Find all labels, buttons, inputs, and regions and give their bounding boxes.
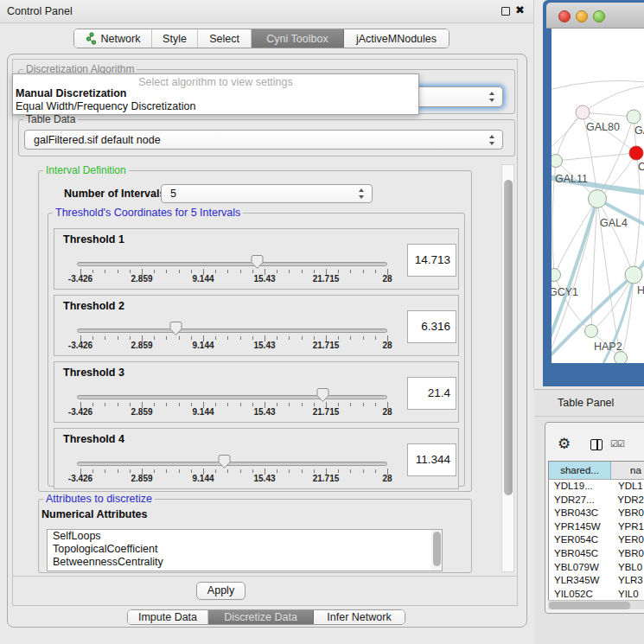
tick-mark	[227, 469, 228, 473]
cell-shared-name: YBR043C	[549, 507, 611, 520]
attribute-item-selfloops[interactable]: SelfLoops	[48, 530, 442, 543]
table-panel-titlebar: Table Panel	[534, 389, 644, 417]
network-node[interactable]	[589, 190, 607, 208]
tab-infer-network[interactable]: Infer Network	[314, 610, 405, 624]
tab-network[interactable]: Network	[74, 29, 152, 48]
tick-mark	[277, 469, 277, 473]
tab-impute-data[interactable]: Impute Data	[128, 610, 208, 624]
network-window-titlebar[interactable]	[546, 3, 644, 29]
tick-mark	[92, 403, 93, 406]
table-header-name[interactable]: na	[611, 462, 644, 479]
network-edge[interactable]	[583, 86, 644, 112]
table-row[interactable]: YDR27...YDR2	[549, 494, 644, 507]
attributes-list[interactable]: SelfLoopsTopologicalCoefficientBetweenne…	[47, 529, 443, 571]
tick-mark	[92, 270, 93, 273]
network-node[interactable]	[576, 105, 590, 119]
tick-mark	[130, 403, 131, 406]
algorithm-popup: Select algorithm to view settings Manual…	[12, 73, 419, 115]
table-header-shared-name[interactable]: shared...	[549, 462, 611, 479]
tick-mark	[375, 469, 376, 473]
network-node[interactable]	[552, 269, 561, 282]
network-node[interactable]	[629, 146, 643, 160]
tab-select[interactable]: Select	[198, 29, 252, 48]
float-window-icon[interactable]	[501, 7, 510, 16]
table-data-value: galFiltered.sif default node	[34, 134, 161, 146]
tab-style-label: Style	[163, 33, 187, 45]
table-hscrollbar-track[interactable]	[548, 600, 644, 609]
table-row[interactable]: YDL19...YDL1	[549, 480, 644, 494]
threshold-3-slider-track[interactable]	[77, 395, 387, 399]
threshold-1-slider-thumb[interactable]	[250, 254, 265, 270]
threshold-2-value-field[interactable]: 6.316	[407, 310, 456, 343]
attribute-item-betweennesscentrality[interactable]: BetweennessCentrality	[48, 556, 442, 569]
threshold-4-slider-track[interactable]	[77, 462, 387, 466]
select-columns-icon[interactable]: ☑☑	[610, 439, 624, 449]
columns-icon[interactable]	[590, 439, 603, 450]
table-row[interactable]: YIL052CYIL0	[549, 588, 644, 602]
tick-mark	[179, 336, 180, 340]
threshold-1-slider-track[interactable]	[77, 262, 387, 266]
network-node[interactable]	[625, 266, 642, 284]
panel-title: Control Panel	[7, 5, 73, 17]
table-row[interactable]: YER054CYER0	[549, 533, 644, 547]
tick-mark	[227, 336, 228, 340]
tab-network-label: Network	[101, 33, 141, 45]
tick-mark	[314, 336, 315, 340]
tick-mark	[302, 403, 303, 406]
zoom-traffic-light-icon[interactable]	[593, 10, 605, 22]
tab-cyni-toolbox[interactable]: Cyni Toolbox	[252, 29, 344, 48]
tick-mark	[350, 270, 351, 273]
network-edge[interactable]	[552, 80, 644, 90]
popup-item-equal-width[interactable]: Equal Width/Frequency Discretization	[13, 100, 418, 113]
num-intervals-combobox[interactable]: 5	[161, 184, 373, 203]
table-row[interactable]: YLR345WYLR3	[549, 574, 644, 588]
network-edge[interactable]	[556, 112, 583, 161]
network-node[interactable]	[615, 352, 628, 364]
table-data-combobox[interactable]: galFiltered.sif default node	[24, 130, 503, 150]
settings-scrollbar-thumb[interactable]	[504, 180, 513, 495]
network-node[interactable]	[552, 155, 563, 168]
tick-mark	[363, 403, 364, 406]
gear-icon[interactable]: ⚙	[558, 435, 571, 452]
tab-jactivemnodules-label: jActiveMNodules	[356, 33, 437, 45]
threshold-4-value-field[interactable]: 11.344	[407, 443, 456, 476]
tab-discretize-data[interactable]: Discretize Data	[208, 610, 314, 624]
threshold-3-value-field[interactable]: 21.4	[407, 377, 456, 410]
attributes-scrollbar-thumb[interactable]	[433, 532, 441, 566]
tick-mark	[302, 469, 303, 473]
table-data-group-label: Table Data	[23, 113, 78, 125]
tick-label: 15.43	[243, 341, 286, 350]
network-edge[interactable]	[556, 153, 636, 161]
threshold-2-label: Threshold 2	[63, 300, 124, 312]
cell-name: YBR0	[611, 547, 644, 561]
num-intervals-value: 5	[170, 188, 176, 200]
tick-mark	[252, 336, 253, 340]
network-edge[interactable]	[554, 275, 591, 331]
tick-mark	[240, 469, 241, 473]
threshold-2-slider-track[interactable]	[77, 328, 387, 333]
popup-item-manual[interactable]: Manual Discretization	[13, 87, 418, 100]
table-hscrollbar-thumb[interactable]	[549, 602, 630, 609]
tick-label: 9.144	[182, 407, 225, 417]
network-node[interactable]	[585, 325, 598, 338]
tab-jactivemnodules[interactable]: jActiveMNodules	[344, 29, 449, 48]
close-traffic-light-icon[interactable]	[558, 10, 571, 22]
tick-mark	[154, 336, 155, 340]
table-row[interactable]: YBR043CYBR0	[549, 507, 644, 520]
table-row[interactable]: YBR045CYBR0	[549, 547, 644, 561]
tick-mark	[240, 403, 241, 406]
threshold-1-value-field[interactable]: 14.713	[407, 244, 456, 277]
network-edge[interactable]	[583, 112, 634, 117]
table-row[interactable]: YPR145WYPR1	[549, 520, 644, 534]
close-icon[interactable]: ✖	[515, 3, 525, 16]
network-canvas[interactable]: GAL80GACGAL11GAL4GCY1HHAP2	[552, 29, 644, 363]
network-node[interactable]	[627, 110, 641, 124]
threshold-2-slider-thumb[interactable]	[169, 321, 183, 336]
minimize-traffic-light-icon[interactable]	[576, 10, 588, 22]
tab-style[interactable]: Style	[152, 29, 198, 48]
apply-button[interactable]: Apply	[196, 582, 245, 600]
table-row[interactable]: YBL079WYBL0	[549, 561, 644, 575]
threshold-4-slider-thumb[interactable]	[217, 454, 232, 469]
attribute-item-topologicalcoefficient[interactable]: TopologicalCoefficient	[48, 543, 442, 556]
threshold-3-slider-thumb[interactable]	[316, 387, 330, 403]
